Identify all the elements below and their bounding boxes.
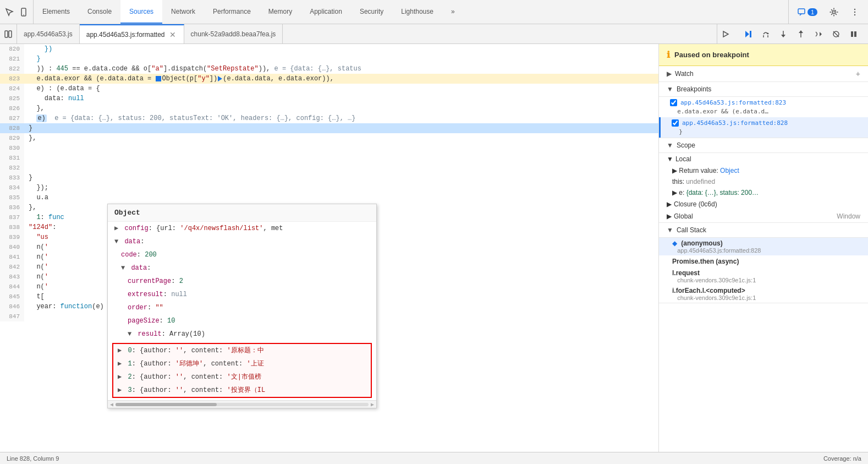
file-tabs: app.45d46a53.js app.45d46a53.js:formatte… bbox=[0, 24, 868, 44]
popup-result-item-0[interactable]: ▶ 0: {author: '', content: '原标题：中 bbox=[113, 344, 371, 357]
tab-network[interactable]: Network bbox=[162, 0, 204, 24]
cs-loc-lrequest: chunk-vendors.309c9e1c.js:1 bbox=[672, 277, 860, 283]
object-popup[interactable]: Object ▶ config: {url: '/q4x/newsflash/l… bbox=[107, 204, 377, 408]
callstack-item-foreach[interactable]: i.forEach.l.<computed> chunk-vendors.309… bbox=[659, 285, 868, 303]
svg-marker-10 bbox=[745, 31, 749, 37]
file-tab-label-chunk: chunk-52a9add8.beaa7fea.js bbox=[191, 30, 276, 38]
tab-more[interactable]: » bbox=[442, 0, 464, 24]
breakpoints-label: Breakpoints bbox=[677, 85, 711, 93]
code-line-834: 834 }); bbox=[0, 183, 658, 193]
code-line-831: 831 bbox=[0, 153, 658, 163]
breakpoint-item-828[interactable]: app.45d46a53.js:formatted:828 } bbox=[659, 117, 868, 138]
step-button[interactable] bbox=[811, 28, 826, 41]
scope-section-header[interactable]: Scope bbox=[659, 138, 868, 153]
tab-lighthouse[interactable]: Lighthouse bbox=[392, 0, 442, 24]
mobile-icon[interactable] bbox=[19, 7, 29, 17]
tab-performance[interactable]: Performance bbox=[204, 0, 260, 24]
cs-loc-foreach: chunk-vendors.309c9e1c.js:1 bbox=[672, 294, 860, 301]
popup-scrollbar[interactable]: ◀ ▶ bbox=[108, 400, 376, 408]
popup-extresult-row: extresult: null bbox=[108, 288, 376, 301]
code-line-835: 835 u.a bbox=[0, 193, 658, 203]
step-over-button[interactable] bbox=[758, 28, 773, 41]
bp-code-823: e.data.exor && (e.data.d… bbox=[670, 108, 860, 115]
svg-rect-23 bbox=[854, 31, 856, 37]
tab-memory[interactable]: Memory bbox=[260, 0, 301, 24]
code-panel[interactable]: 820 }) 821 } 822 )) : 445 == e.data.code… bbox=[0, 44, 659, 464]
callstack-section-header[interactable]: Call Stack bbox=[659, 223, 868, 238]
expand-result-2-icon[interactable]: ▶ bbox=[118, 373, 122, 381]
tab-application[interactable]: Application bbox=[301, 0, 351, 24]
return-label: Return value: bbox=[679, 167, 720, 174]
file-tab-app-formatted[interactable]: app.45d46a53.js:formatted ✕ bbox=[80, 24, 184, 43]
closure-label: Closure (0c6d) bbox=[674, 200, 717, 208]
cursor-icon[interactable] bbox=[4, 7, 14, 17]
expand-data-icon[interactable]: ▼ bbox=[114, 238, 118, 245]
breakpoints-section-header[interactable]: Breakpoints bbox=[659, 82, 868, 97]
badge-count: 1 bbox=[807, 8, 817, 16]
popup-result-item-1[interactable]: ▶ 1: {author: '邱德坤', content: '上证 bbox=[113, 357, 371, 370]
settings-button[interactable] bbox=[825, 6, 843, 19]
expand-result-1-icon[interactable]: ▶ bbox=[118, 360, 122, 368]
popup-result-row[interactable]: ▼ result: Array(10) bbox=[108, 327, 376, 341]
paused-label: Paused on breakpoint bbox=[674, 51, 749, 59]
callstack-item-anonymous[interactable]: ◆ (anonymous) app.45d46a53.js:formatted:… bbox=[659, 238, 868, 255]
file-tab-close[interactable]: ✕ bbox=[168, 30, 177, 39]
paused-banner: ℹ Paused on breakpoint bbox=[659, 44, 868, 66]
svg-rect-11 bbox=[750, 31, 751, 37]
resume-button[interactable] bbox=[740, 28, 756, 41]
global-scope-group[interactable]: ▶Global Window bbox=[659, 210, 868, 222]
local-scope-group[interactable]: ▼Local bbox=[659, 153, 868, 165]
watch-add-icon[interactable]: + bbox=[856, 69, 860, 78]
cs-loc-anonymous: app.45d46a53.js:formatted:828 bbox=[672, 247, 860, 254]
closure-scope-group[interactable]: ▶Closure (0c6d) bbox=[659, 198, 868, 210]
breakpoint-item-823[interactable]: app.45d46a53.js:formatted:823 e.data.exo… bbox=[659, 97, 868, 117]
callstack-arrow-icon bbox=[667, 226, 673, 234]
tab-security[interactable]: Security bbox=[351, 0, 392, 24]
popup-title: Object bbox=[108, 204, 376, 222]
tab-console[interactable]: Console bbox=[79, 0, 120, 24]
expand-result-0-icon[interactable]: ▶ bbox=[118, 347, 122, 354]
svg-point-4 bbox=[854, 8, 855, 9]
watch-section-header[interactable]: Watch + bbox=[659, 66, 868, 82]
pause-async-button[interactable] bbox=[846, 28, 861, 41]
svg-rect-7 bbox=[5, 31, 8, 37]
popup-result-item-3[interactable]: ▶ 3: {author: '', content: '投资界（IL bbox=[113, 384, 371, 397]
popup-data-nested-row[interactable]: ▼ data: bbox=[108, 261, 376, 275]
file-panel-toggle[interactable] bbox=[0, 24, 17, 43]
popup-code-row: code: 200 bbox=[108, 248, 376, 261]
tab-sources[interactable]: Sources bbox=[120, 0, 162, 24]
right-panel: ℹ Paused on breakpoint Watch + Breakpoin… bbox=[659, 44, 868, 464]
code-line-822: 822 )) : 445 == e.data.code && o["a"].di… bbox=[0, 64, 658, 74]
svg-marker-16 bbox=[781, 35, 785, 37]
svg-marker-9 bbox=[723, 31, 728, 37]
this-val: undefined bbox=[686, 178, 715, 185]
file-tab-app-js[interactable]: app.45d46a53.js bbox=[17, 24, 80, 43]
e-item[interactable]: ▶ e: {data: {…}, status: 200… bbox=[659, 187, 868, 198]
bp-checkbox-828[interactable] bbox=[672, 119, 679, 127]
return-val[interactable]: Object bbox=[720, 167, 739, 174]
comments-button[interactable]: 1 bbox=[793, 6, 822, 18]
popup-data-row[interactable]: ▼ data: bbox=[108, 235, 376, 248]
svg-rect-22 bbox=[851, 31, 853, 37]
step-out-button[interactable] bbox=[793, 28, 809, 41]
bp-checkbox-823[interactable] bbox=[670, 99, 677, 106]
expand-data-nested-icon[interactable]: ▼ bbox=[121, 264, 125, 272]
file-run-button[interactable] bbox=[717, 24, 734, 43]
popup-currentpage-row: currentPage: 2 bbox=[108, 275, 376, 288]
file-tab-chunk[interactable]: chunk-52a9add8.beaa7fea.js bbox=[184, 24, 283, 43]
popup-result-item-2[interactable]: ▶ 2: {author: '', content: '文|市值榜 bbox=[113, 370, 371, 384]
expand-config-icon[interactable]: ▶ bbox=[114, 225, 118, 232]
more-options-button[interactable] bbox=[846, 6, 864, 19]
callstack-async-label: Promise.then (async) bbox=[659, 255, 868, 268]
status-coverage: Coverage: n/a bbox=[823, 455, 861, 462]
code-line-830: 830 bbox=[0, 143, 658, 153]
step-into-button[interactable] bbox=[776, 28, 791, 41]
this-item: this: undefined bbox=[659, 176, 868, 187]
expand-result-icon[interactable]: ▼ bbox=[128, 330, 131, 338]
popup-config-row[interactable]: ▶ config: {url: '/q4x/newsflash/list', m… bbox=[108, 222, 376, 235]
scope-arrow-icon bbox=[667, 141, 673, 149]
tab-elements[interactable]: Elements bbox=[34, 0, 79, 24]
expand-result-3-icon[interactable]: ▶ bbox=[118, 386, 122, 394]
callstack-item-lrequest[interactable]: l.request chunk-vendors.309c9e1c.js:1 bbox=[659, 268, 868, 285]
deactivate-button[interactable] bbox=[828, 28, 844, 41]
